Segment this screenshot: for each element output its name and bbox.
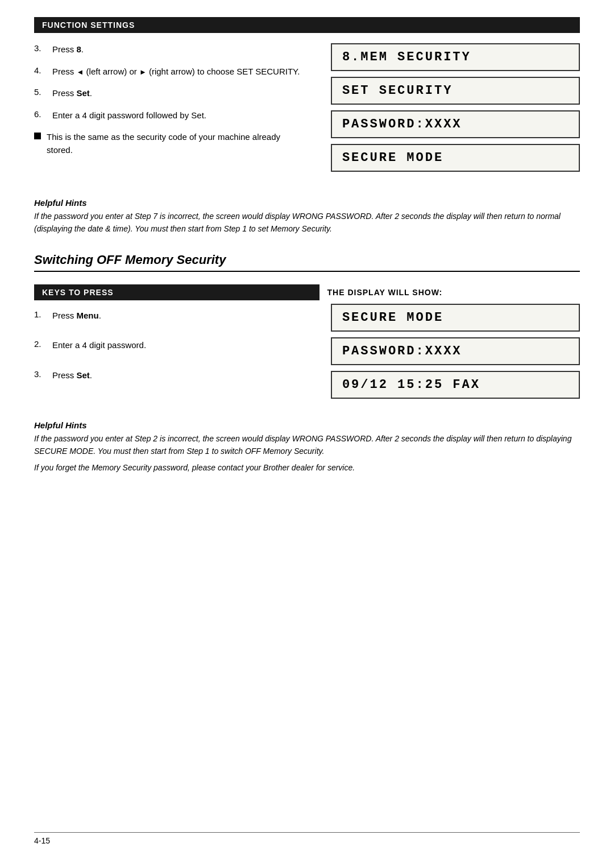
step-4: 4. Press (left arrow) or (right arrow) t…: [34, 65, 308, 78]
bottom-right-col: SECURE MODE PASSWORD:XXXX 09/12 15:25 FA…: [331, 300, 580, 399]
keys-display-header-row: KEYS TO PRESS THE DISPLAY WILL SHOW:: [34, 284, 580, 300]
step-6: 6. Enter a 4 digit password followed by …: [34, 109, 308, 122]
helpful-hints-bottom: Helpful Hints If the password you enter …: [34, 420, 580, 474]
bullet-item: This is the same as the security code of…: [34, 131, 308, 156]
step-4-text: Press (left arrow) or (right arrow) to c…: [52, 65, 300, 78]
step-6-num: 6.: [34, 109, 48, 119]
step-6-text: Enter a 4 digit password followed by Set…: [52, 109, 206, 122]
step-5: 5. Press Set.: [34, 87, 308, 100]
bottom-step-3-text: Press Set.: [52, 369, 92, 382]
page-footer: 4-15: [34, 832, 580, 845]
step-5-text: Press Set.: [52, 87, 92, 100]
step-3: 3. Press 8.: [34, 43, 308, 56]
right-arrow-icon: [139, 67, 147, 76]
bullet-square-icon: [34, 133, 41, 139]
lcd-display-3: PASSWORD:XXXX: [331, 110, 580, 138]
bottom-step-3-num: 3.: [34, 369, 48, 379]
step-3-num: 3.: [34, 43, 48, 53]
helpful-hints-bottom-text-1: If the password you enter at Step 2 is i…: [34, 432, 580, 458]
bottom-step-1: 1. Press Menu.: [34, 309, 308, 323]
left-arrow-icon: [77, 67, 84, 76]
top-right-col: 8.MEM SECURITY SET SECURITY PASSWORD:XXX…: [331, 43, 580, 172]
helpful-hints-top-text: If the password you enter at Step 7 is i…: [34, 210, 580, 235]
keys-to-press-header: KEYS TO PRESS: [34, 284, 320, 300]
bottom-step-2-num: 2.: [34, 339, 48, 349]
bottom-step-3: 3. Press Set.: [34, 369, 308, 382]
function-settings-header: FUNCTION SETTINGS: [34, 17, 580, 33]
step-5-num: 5.: [34, 87, 48, 97]
bottom-step-1-num: 1.: [34, 309, 48, 319]
top-section: 3. Press 8. 4. Press (left arrow) or (ri…: [34, 43, 580, 172]
lcd-display-1: 8.MEM SECURITY: [331, 43, 580, 71]
helpful-hints-top: Helpful Hints If the password you enter …: [34, 198, 580, 235]
helpful-hints-top-title: Helpful Hints: [34, 198, 580, 208]
lcd-display-bottom-2: PASSWORD:XXXX: [331, 337, 580, 365]
bottom-section: 1. Press Menu. 2. Enter a 4 digit passwo…: [34, 300, 580, 399]
switching-off-title: Switching OFF Memory Security: [34, 253, 580, 272]
display-will-show-header: THE DISPLAY WILL SHOW:: [320, 284, 580, 300]
page-number: 4-15: [34, 836, 50, 845]
lcd-display-2: SET SECURITY: [331, 77, 580, 105]
lcd-display-bottom-3: 09/12 15:25 FAX: [331, 371, 580, 399]
lcd-display-4: SECURE MODE: [331, 144, 580, 172]
helpful-hints-bottom-title: Helpful Hints: [34, 420, 580, 430]
step-4-num: 4.: [34, 65, 48, 75]
bottom-step-1-text: Press Menu.: [52, 309, 101, 323]
page-wrapper: FUNCTION SETTINGS 3. Press 8. 4. Press (…: [0, 0, 614, 868]
lcd-display-bottom-1: SECURE MODE: [331, 304, 580, 332]
step-3-text: Press 8.: [52, 43, 84, 56]
bullet-text: This is the same as the security code of…: [47, 131, 308, 156]
bottom-step-2: 2. Enter a 4 digit password.: [34, 339, 308, 352]
top-left-col: 3. Press 8. 4. Press (left arrow) or (ri…: [34, 43, 308, 172]
helpful-hints-bottom-text-2: If you forget the Memory Security passwo…: [34, 461, 580, 474]
bottom-left-col: 1. Press Menu. 2. Enter a 4 digit passwo…: [34, 300, 308, 399]
bottom-step-2-text: Enter a 4 digit password.: [52, 339, 146, 352]
